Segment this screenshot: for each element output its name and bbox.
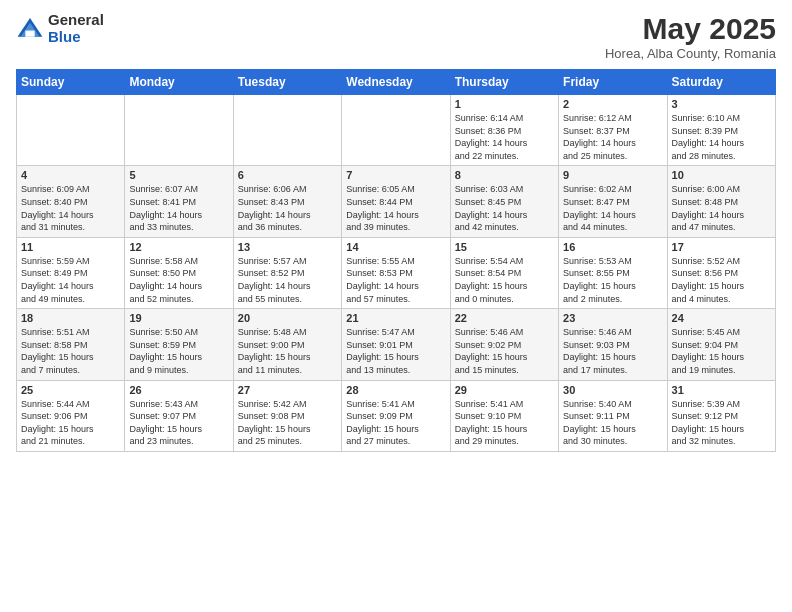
calendar-cell: 8Sunrise: 6:03 AM Sunset: 8:45 PM Daylig… (450, 166, 558, 237)
calendar: SundayMondayTuesdayWednesdayThursdayFrid… (16, 69, 776, 452)
day-number: 16 (563, 241, 662, 253)
calendar-cell: 3Sunrise: 6:10 AM Sunset: 8:39 PM Daylig… (667, 95, 775, 166)
day-header-thursday: Thursday (450, 70, 558, 95)
calendar-header: SundayMondayTuesdayWednesdayThursdayFrid… (17, 70, 776, 95)
day-number: 4 (21, 169, 120, 181)
day-number: 24 (672, 312, 771, 324)
day-info: Sunrise: 5:59 AM Sunset: 8:49 PM Dayligh… (21, 255, 120, 305)
day-info: Sunrise: 6:02 AM Sunset: 8:47 PM Dayligh… (563, 183, 662, 233)
logo-icon (16, 15, 44, 43)
day-info: Sunrise: 6:00 AM Sunset: 8:48 PM Dayligh… (672, 183, 771, 233)
day-header-wednesday: Wednesday (342, 70, 450, 95)
calendar-cell (233, 95, 341, 166)
day-number: 3 (672, 98, 771, 110)
day-number: 2 (563, 98, 662, 110)
day-info: Sunrise: 6:06 AM Sunset: 8:43 PM Dayligh… (238, 183, 337, 233)
day-info: Sunrise: 5:51 AM Sunset: 8:58 PM Dayligh… (21, 326, 120, 376)
day-header-monday: Monday (125, 70, 233, 95)
day-info: Sunrise: 5:52 AM Sunset: 8:56 PM Dayligh… (672, 255, 771, 305)
calendar-cell (17, 95, 125, 166)
calendar-cell (342, 95, 450, 166)
day-info: Sunrise: 6:14 AM Sunset: 8:36 PM Dayligh… (455, 112, 554, 162)
logo-text: General Blue (48, 12, 104, 45)
calendar-cell: 1Sunrise: 6:14 AM Sunset: 8:36 PM Daylig… (450, 95, 558, 166)
calendar-cell (125, 95, 233, 166)
calendar-cell: 5Sunrise: 6:07 AM Sunset: 8:41 PM Daylig… (125, 166, 233, 237)
day-info: Sunrise: 6:10 AM Sunset: 8:39 PM Dayligh… (672, 112, 771, 162)
day-info: Sunrise: 5:41 AM Sunset: 9:10 PM Dayligh… (455, 398, 554, 448)
week-row-5: 25Sunrise: 5:44 AM Sunset: 9:06 PM Dayli… (17, 380, 776, 451)
title-block: May 2025 Horea, Alba County, Romania (605, 12, 776, 61)
calendar-cell: 16Sunrise: 5:53 AM Sunset: 8:55 PM Dayli… (559, 237, 667, 308)
calendar-cell: 31Sunrise: 5:39 AM Sunset: 9:12 PM Dayli… (667, 380, 775, 451)
day-number: 14 (346, 241, 445, 253)
day-number: 25 (21, 384, 120, 396)
day-info: Sunrise: 5:58 AM Sunset: 8:50 PM Dayligh… (129, 255, 228, 305)
week-row-2: 4Sunrise: 6:09 AM Sunset: 8:40 PM Daylig… (17, 166, 776, 237)
calendar-cell: 21Sunrise: 5:47 AM Sunset: 9:01 PM Dayli… (342, 309, 450, 380)
calendar-cell: 22Sunrise: 5:46 AM Sunset: 9:02 PM Dayli… (450, 309, 558, 380)
day-info: Sunrise: 5:45 AM Sunset: 9:04 PM Dayligh… (672, 326, 771, 376)
day-info: Sunrise: 6:05 AM Sunset: 8:44 PM Dayligh… (346, 183, 445, 233)
calendar-cell: 12Sunrise: 5:58 AM Sunset: 8:50 PM Dayli… (125, 237, 233, 308)
day-number: 21 (346, 312, 445, 324)
calendar-cell: 6Sunrise: 6:06 AM Sunset: 8:43 PM Daylig… (233, 166, 341, 237)
subtitle: Horea, Alba County, Romania (605, 46, 776, 61)
calendar-cell: 9Sunrise: 6:02 AM Sunset: 8:47 PM Daylig… (559, 166, 667, 237)
day-number: 5 (129, 169, 228, 181)
day-number: 26 (129, 384, 228, 396)
day-info: Sunrise: 5:53 AM Sunset: 8:55 PM Dayligh… (563, 255, 662, 305)
day-info: Sunrise: 5:50 AM Sunset: 8:59 PM Dayligh… (129, 326, 228, 376)
day-info: Sunrise: 6:07 AM Sunset: 8:41 PM Dayligh… (129, 183, 228, 233)
logo-general: General (48, 12, 104, 29)
day-info: Sunrise: 5:41 AM Sunset: 9:09 PM Dayligh… (346, 398, 445, 448)
week-row-3: 11Sunrise: 5:59 AM Sunset: 8:49 PM Dayli… (17, 237, 776, 308)
day-number: 10 (672, 169, 771, 181)
day-info: Sunrise: 6:09 AM Sunset: 8:40 PM Dayligh… (21, 183, 120, 233)
day-number: 1 (455, 98, 554, 110)
day-number: 6 (238, 169, 337, 181)
day-number: 9 (563, 169, 662, 181)
calendar-cell: 19Sunrise: 5:50 AM Sunset: 8:59 PM Dayli… (125, 309, 233, 380)
main-title: May 2025 (605, 12, 776, 46)
day-header-sunday: Sunday (17, 70, 125, 95)
calendar-cell: 24Sunrise: 5:45 AM Sunset: 9:04 PM Dayli… (667, 309, 775, 380)
day-info: Sunrise: 5:44 AM Sunset: 9:06 PM Dayligh… (21, 398, 120, 448)
calendar-cell: 18Sunrise: 5:51 AM Sunset: 8:58 PM Dayli… (17, 309, 125, 380)
day-number: 23 (563, 312, 662, 324)
calendar-cell: 14Sunrise: 5:55 AM Sunset: 8:53 PM Dayli… (342, 237, 450, 308)
calendar-cell: 10Sunrise: 6:00 AM Sunset: 8:48 PM Dayli… (667, 166, 775, 237)
logo-blue: Blue (48, 29, 104, 46)
calendar-cell: 25Sunrise: 5:44 AM Sunset: 9:06 PM Dayli… (17, 380, 125, 451)
day-info: Sunrise: 5:48 AM Sunset: 9:00 PM Dayligh… (238, 326, 337, 376)
calendar-cell: 23Sunrise: 5:46 AM Sunset: 9:03 PM Dayli… (559, 309, 667, 380)
calendar-cell: 7Sunrise: 6:05 AM Sunset: 8:44 PM Daylig… (342, 166, 450, 237)
day-header-tuesday: Tuesday (233, 70, 341, 95)
calendar-cell: 26Sunrise: 5:43 AM Sunset: 9:07 PM Dayli… (125, 380, 233, 451)
calendar-cell: 4Sunrise: 6:09 AM Sunset: 8:40 PM Daylig… (17, 166, 125, 237)
day-info: Sunrise: 5:40 AM Sunset: 9:11 PM Dayligh… (563, 398, 662, 448)
day-number: 8 (455, 169, 554, 181)
day-info: Sunrise: 5:47 AM Sunset: 9:01 PM Dayligh… (346, 326, 445, 376)
day-info: Sunrise: 5:39 AM Sunset: 9:12 PM Dayligh… (672, 398, 771, 448)
day-number: 7 (346, 169, 445, 181)
day-info: Sunrise: 5:54 AM Sunset: 8:54 PM Dayligh… (455, 255, 554, 305)
svg-rect-2 (25, 30, 34, 36)
day-info: Sunrise: 5:55 AM Sunset: 8:53 PM Dayligh… (346, 255, 445, 305)
day-number: 28 (346, 384, 445, 396)
week-row-4: 18Sunrise: 5:51 AM Sunset: 8:58 PM Dayli… (17, 309, 776, 380)
day-info: Sunrise: 5:46 AM Sunset: 9:03 PM Dayligh… (563, 326, 662, 376)
day-number: 18 (21, 312, 120, 324)
day-number: 22 (455, 312, 554, 324)
day-number: 15 (455, 241, 554, 253)
day-number: 13 (238, 241, 337, 253)
day-header-friday: Friday (559, 70, 667, 95)
calendar-cell: 11Sunrise: 5:59 AM Sunset: 8:49 PM Dayli… (17, 237, 125, 308)
day-info: Sunrise: 5:43 AM Sunset: 9:07 PM Dayligh… (129, 398, 228, 448)
calendar-cell: 13Sunrise: 5:57 AM Sunset: 8:52 PM Dayli… (233, 237, 341, 308)
day-number: 27 (238, 384, 337, 396)
day-header-saturday: Saturday (667, 70, 775, 95)
day-info: Sunrise: 5:57 AM Sunset: 8:52 PM Dayligh… (238, 255, 337, 305)
calendar-cell: 17Sunrise: 5:52 AM Sunset: 8:56 PM Dayli… (667, 237, 775, 308)
calendar-cell: 29Sunrise: 5:41 AM Sunset: 9:10 PM Dayli… (450, 380, 558, 451)
